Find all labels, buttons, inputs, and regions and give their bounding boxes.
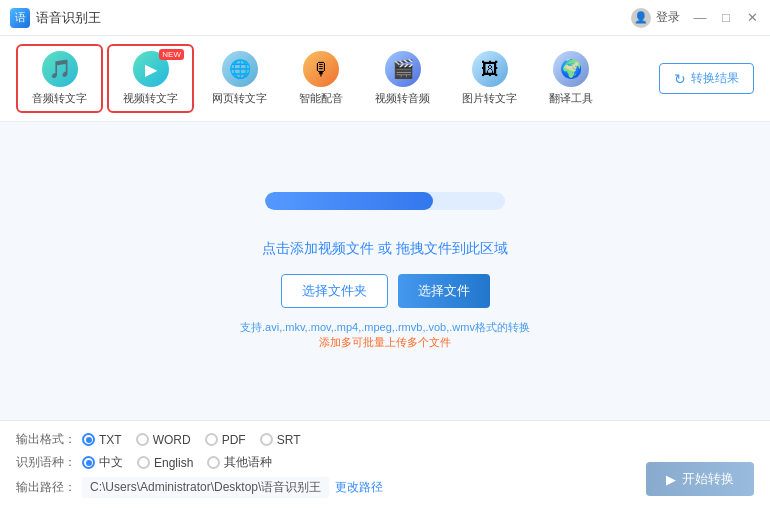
smart-label: 智能配音 xyxy=(299,91,343,106)
progress-bar-wrap xyxy=(265,192,505,210)
login-button[interactable]: 👤 登录 xyxy=(631,8,680,28)
drop-text-main: 点击添加视频文件 xyxy=(262,240,378,256)
tool-audio[interactable]: 🎵 音频转文字 xyxy=(16,44,103,113)
window-controls: — □ ✕ xyxy=(692,10,760,25)
lang-chinese-label: 中文 xyxy=(99,454,123,471)
new-badge: NEW xyxy=(159,49,184,60)
hint-line2: 添加多可批量上传多个文件 xyxy=(240,335,530,350)
web-icon: 🌐 xyxy=(222,51,258,87)
bottombar-wrapper: 输出格式： TXT WORD PDF xyxy=(0,420,770,508)
format-word-radio[interactable] xyxy=(136,433,149,446)
vid-audio-icon: 🎬 xyxy=(385,51,421,87)
format-txt[interactable]: TXT xyxy=(82,433,122,447)
lang-chinese-radio[interactable] xyxy=(82,456,95,469)
path-label: 输出路径： xyxy=(16,479,76,496)
format-row: 输出格式： TXT WORD PDF xyxy=(16,431,754,448)
drop-hint: 支持.avi,.mkv,.mov,.mp4,.mpeg,.rmvb,.vob,.… xyxy=(240,320,530,350)
tool-vid-audio[interactable]: 🎬 视频转音频 xyxy=(361,46,444,111)
smart-icon: 🎙 xyxy=(303,51,339,87)
lang-english-label: English xyxy=(154,456,193,470)
format-radio-group: TXT WORD PDF SRT xyxy=(82,433,300,447)
convert-result-label: 转换结果 xyxy=(691,70,739,87)
web-label: 网页转文字 xyxy=(212,91,267,106)
hint-link[interactable]: 添加多可批量上传多个文件 xyxy=(319,336,451,348)
format-srt-label: SRT xyxy=(277,433,301,447)
format-srt[interactable]: SRT xyxy=(260,433,301,447)
app-title: 语音识别王 xyxy=(36,9,101,27)
tool-video[interactable]: NEW ▶ 视频转文字 xyxy=(107,44,194,113)
format-pdf-radio[interactable] xyxy=(205,433,218,446)
start-btn-label: 开始转换 xyxy=(682,470,734,488)
hint-line1: 支持.avi,.mkv,.mov,.mp4,.mpeg,.rmvb,.vob,.… xyxy=(240,320,530,335)
tool-img-text[interactable]: 🖼 图片转文字 xyxy=(448,46,531,111)
play-icon: ▶ xyxy=(666,472,676,487)
convert-result-button[interactable]: ↻ 转换结果 xyxy=(659,63,754,94)
drop-text: 点击添加视频文件 或 拖拽文件到此区域 xyxy=(262,240,508,258)
img-text-icon: 🖼 xyxy=(472,51,508,87)
lang-english[interactable]: English xyxy=(137,456,193,470)
titlebar: 语 语音识别王 👤 登录 — □ ✕ xyxy=(0,0,770,36)
user-avatar: 👤 xyxy=(631,8,651,28)
format-label: 输出格式： xyxy=(16,431,76,448)
format-txt-radio[interactable] xyxy=(82,433,95,446)
format-pdf[interactable]: PDF xyxy=(205,433,246,447)
audio-label: 音频转文字 xyxy=(32,91,87,106)
lang-row: 识别语种： 中文 English 其他语种 xyxy=(16,454,754,471)
close-button[interactable]: ✕ xyxy=(744,10,760,25)
titlebar-right: 👤 登录 — □ ✕ xyxy=(631,8,760,28)
lang-other[interactable]: 其他语种 xyxy=(207,454,272,471)
img-text-label: 图片转文字 xyxy=(462,91,517,106)
format-txt-label: TXT xyxy=(99,433,122,447)
format-pdf-label: PDF xyxy=(222,433,246,447)
drop-text-highlight: 或 拖拽文件到此区域 xyxy=(378,240,508,256)
audio-icon: 🎵 xyxy=(42,51,78,87)
lang-radio-group: 中文 English 其他语种 xyxy=(82,454,272,471)
path-display: C:\Users\Administrator\Desktop\语音识别王 xyxy=(82,477,329,498)
format-srt-radio[interactable] xyxy=(260,433,273,446)
toolbar: 🎵 音频转文字 NEW ▶ 视频转文字 🌐 网页转文字 🎙 智能配音 🎬 xyxy=(0,36,770,122)
tool-items: 🎵 音频转文字 NEW ▶ 视频转文字 🌐 网页转文字 🎙 智能配音 🎬 xyxy=(16,44,607,113)
lang-other-label: 其他语种 xyxy=(224,454,272,471)
format-word[interactable]: WORD xyxy=(136,433,191,447)
maximize-button[interactable]: □ xyxy=(718,10,734,25)
titlebar-left: 语 语音识别王 xyxy=(10,8,101,28)
start-convert-button[interactable]: ▶ 开始转换 xyxy=(646,462,754,496)
tool-translate[interactable]: 🌍 翻译工具 xyxy=(535,46,607,111)
login-label: 登录 xyxy=(656,9,680,26)
app-logo: 语 xyxy=(10,8,30,28)
main-content: 🎵 音频转文字 NEW ▶ 视频转文字 🌐 网页转文字 🎙 智能配音 🎬 xyxy=(0,36,770,508)
translate-icon: 🌍 xyxy=(553,51,589,87)
drop-buttons: 选择文件夹 选择文件 xyxy=(281,274,490,308)
dropzone[interactable]: 点击添加视频文件 或 拖拽文件到此区域 选择文件夹 选择文件 支持.avi,.m… xyxy=(0,122,770,420)
select-folder-button[interactable]: 选择文件夹 xyxy=(281,274,388,308)
minimize-button[interactable]: — xyxy=(692,10,708,25)
lang-chinese[interactable]: 中文 xyxy=(82,454,123,471)
vid-audio-label: 视频转音频 xyxy=(375,91,430,106)
progress-bar-fill xyxy=(265,192,433,210)
path-row: 输出路径： C:\Users\Administrator\Desktop\语音识… xyxy=(16,477,754,498)
tool-web[interactable]: 🌐 网页转文字 xyxy=(198,46,281,111)
lang-other-radio[interactable] xyxy=(207,456,220,469)
translate-label: 翻译工具 xyxy=(549,91,593,106)
lang-label: 识别语种： xyxy=(16,454,76,471)
tool-smart[interactable]: 🎙 智能配音 xyxy=(285,46,357,111)
video-label: 视频转文字 xyxy=(123,91,178,106)
refresh-icon: ↻ xyxy=(674,71,686,87)
change-path-link[interactable]: 更改路径 xyxy=(335,479,383,496)
format-word-label: WORD xyxy=(153,433,191,447)
select-file-button[interactable]: 选择文件 xyxy=(398,274,490,308)
lang-english-radio[interactable] xyxy=(137,456,150,469)
